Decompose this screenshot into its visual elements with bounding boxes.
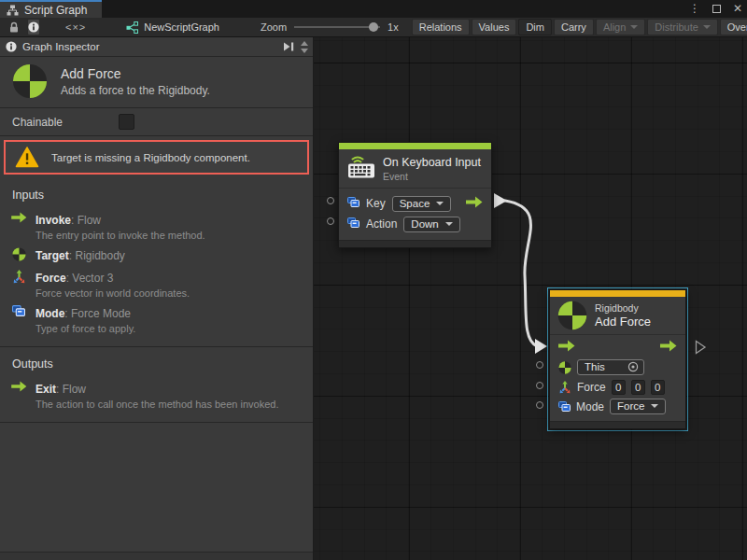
enum-icon bbox=[10, 304, 27, 334]
tab-script-graph[interactable]: Script Graph bbox=[0, 0, 102, 18]
zoom-label: Zoom bbox=[261, 21, 287, 33]
relations-button[interactable]: Relations bbox=[412, 19, 470, 35]
overflow-menu-icon[interactable]: ⋮ bbox=[689, 1, 700, 16]
force-y-field[interactable]: 0 bbox=[631, 380, 645, 395]
node-add-force[interactable]: Rigidbody Add Force bbox=[549, 289, 686, 429]
flow-output-port[interactable] bbox=[660, 339, 677, 356]
carry-button[interactable]: Carry bbox=[554, 19, 594, 35]
io-row-mode: Mode: Force Mode Type of force to apply. bbox=[0, 302, 313, 338]
chainable-row: Chainable bbox=[0, 108, 313, 136]
flow-arrow-icon bbox=[10, 380, 27, 410]
key-dropdown[interactable]: Space bbox=[392, 196, 452, 212]
node-header[interactable]: Rigidbody Add Force bbox=[550, 297, 685, 334]
panel-title: Graph Inspector bbox=[22, 41, 99, 52]
dock-panel-icon[interactable] bbox=[283, 42, 295, 51]
script-graph-asset-icon bbox=[126, 21, 138, 34]
action-input-port[interactable] bbox=[327, 217, 334, 225]
zoom-control: Zoom 1x bbox=[261, 21, 399, 33]
graph-toolbar: <×> NewScriptGraph Zoom 1x Relations Val… bbox=[0, 18, 747, 37]
chevron-down-icon bbox=[445, 222, 453, 226]
outputs-header: Outputs bbox=[0, 354, 313, 378]
io-row-force: Force: Vector 3 Force vector in world co… bbox=[0, 267, 313, 302]
io-row-target: Target: Rigidbody bbox=[0, 245, 313, 267]
unit-summary: Add Force Adds a force to the Rigidbody. bbox=[0, 57, 313, 108]
key-input-port[interactable] bbox=[327, 197, 334, 204]
enum-icon bbox=[347, 217, 359, 231]
this-input-port[interactable] bbox=[536, 361, 543, 369]
flow-input-port[interactable] bbox=[558, 339, 575, 356]
chainable-checkbox[interactable] bbox=[119, 114, 134, 130]
node-subtitle: Event bbox=[383, 171, 481, 182]
rigidbody-checker-icon bbox=[558, 361, 571, 374]
node-footer bbox=[339, 240, 491, 247]
graph-asset-reference[interactable]: NewScriptGraph bbox=[126, 21, 219, 34]
info-icon bbox=[28, 21, 39, 33]
wire-start-arrow-icon bbox=[494, 193, 507, 208]
graph-canvas[interactable]: On Keyboard Input Event Key Space bbox=[314, 37, 747, 560]
distribute-button[interactable]: Distribute bbox=[647, 19, 717, 35]
mode-input-port[interactable] bbox=[536, 401, 543, 409]
code-view-icon[interactable]: <×> bbox=[65, 21, 86, 33]
node-header[interactable]: On Keyboard Input Event bbox=[339, 149, 491, 188]
io-row-exit: Exit: Flow The action to call once the m… bbox=[0, 378, 313, 413]
node-supertitle: Rigidbody bbox=[595, 302, 651, 314]
force-input-port[interactable] bbox=[536, 382, 543, 389]
zoom-value: 1x bbox=[388, 21, 399, 33]
node-title: Add Force bbox=[595, 315, 651, 329]
graph-inspector-panel: Graph Inspector Add Force Adds a force t… bbox=[0, 37, 314, 560]
rigidbody-checker-icon bbox=[557, 301, 587, 330]
mode-dropdown[interactable]: Force bbox=[610, 399, 666, 414]
inspector-empty-area bbox=[0, 423, 313, 552]
inspector-toggle-button[interactable] bbox=[27, 19, 40, 35]
dim-button[interactable]: Dim bbox=[518, 19, 552, 35]
zoom-slider[interactable] bbox=[294, 26, 380, 28]
graph-hierarchy-icon bbox=[7, 5, 19, 16]
overview-button[interactable]: Overview bbox=[720, 19, 747, 35]
node-color-bar bbox=[339, 143, 491, 149]
unit-title: Add Force bbox=[61, 66, 210, 81]
lock-icon[interactable] bbox=[7, 21, 21, 34]
enum-icon bbox=[558, 401, 571, 412]
vector3-icon bbox=[558, 381, 571, 394]
action-label: Action bbox=[366, 217, 397, 231]
chevron-down-icon bbox=[436, 202, 444, 205]
chevron-down-icon bbox=[651, 404, 658, 408]
warning-text: Target is missing a Rigidbody component. bbox=[51, 152, 250, 163]
node-title: On Keyboard Input bbox=[383, 156, 481, 169]
node-color-bar bbox=[550, 290, 685, 297]
mode-label: Mode bbox=[576, 400, 604, 413]
graph-inspector-header: Graph Inspector bbox=[0, 37, 313, 57]
this-object-field[interactable]: This bbox=[577, 359, 644, 375]
toolbar-toggles: Relations Values Dim Carry Align Distrib… bbox=[412, 19, 747, 35]
maximize-icon[interactable] bbox=[712, 5, 721, 13]
chevron-down-icon bbox=[703, 25, 711, 29]
action-dropdown[interactable]: Down bbox=[403, 217, 459, 232]
scroll-down-icon[interactable] bbox=[301, 49, 308, 53]
panel-scroll-spinner[interactable] bbox=[301, 41, 308, 53]
zoom-slider-handle[interactable] bbox=[369, 22, 378, 32]
vector3-icon bbox=[10, 269, 27, 299]
tab-bar: Script Graph ⋮ ✕ bbox=[0, 0, 747, 18]
flow-ports-row bbox=[550, 337, 685, 357]
script-graph-window: Script Graph ⋮ ✕ <×> NewScriptGraph Zoom… bbox=[0, 0, 747, 560]
node-on-keyboard-input[interactable]: On Keyboard Input Event Key Space bbox=[338, 142, 492, 248]
close-icon[interactable]: ✕ bbox=[733, 1, 742, 16]
align-button[interactable]: Align bbox=[596, 19, 645, 35]
node-body: Key Space Action Down bbox=[339, 188, 491, 240]
object-picker-icon[interactable] bbox=[627, 361, 639, 372]
unconnected-flow-arrow-icon[interactable] bbox=[695, 340, 707, 358]
flow-arrow-icon bbox=[10, 211, 27, 241]
window-controls: ⋮ ✕ bbox=[689, 1, 742, 16]
mode-port-row: Mode Force bbox=[550, 397, 685, 416]
inputs-header: Inputs bbox=[0, 185, 313, 209]
scroll-up-icon[interactable] bbox=[301, 41, 308, 46]
rigidbody-checker-icon bbox=[10, 246, 27, 263]
flow-output-port[interactable] bbox=[466, 196, 483, 211]
values-button[interactable]: Values bbox=[472, 19, 517, 35]
warning-box: Target is missing a Rigidbody component. bbox=[4, 140, 309, 175]
force-x-field[interactable]: 0 bbox=[612, 380, 626, 395]
tab-title: Script Graph bbox=[24, 4, 87, 17]
force-z-field[interactable]: 0 bbox=[651, 380, 665, 395]
outputs-section: Outputs Exit: Flow The action to call on… bbox=[0, 347, 313, 423]
enum-icon bbox=[347, 197, 359, 210]
